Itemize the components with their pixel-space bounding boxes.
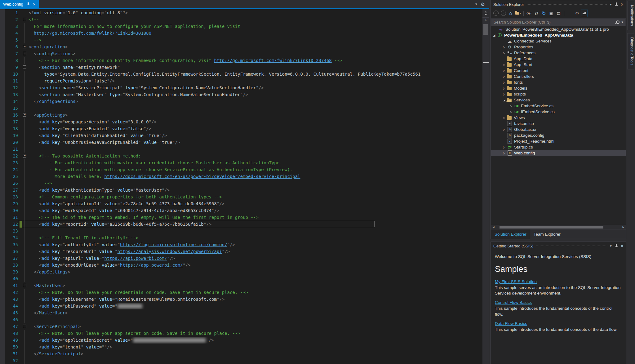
code-line[interactable]: 13 <section name="MasterUser" type="Syst… — [0, 91, 482, 98]
show-all-files-icon[interactable]: ▤ — [555, 10, 562, 17]
editor-scrollbar[interactable]: ▲ — [482, 9, 489, 364]
fold-collapse-icon[interactable] — [22, 112, 29, 118]
tree-item[interactable]: ∞Solution 'PowerBIEmbedded_AppOwnsData' … — [491, 26, 626, 32]
pending-changes-filter-icon[interactable]: ◷▾ — [526, 10, 532, 17]
tree-item[interactable]: ▷C#IEmbedService.cs — [491, 109, 626, 115]
tree-item[interactable]: ▷References — [491, 50, 626, 56]
code-line[interactable]: 1<?xml version="1.0" encoding="utf-8"?> — [0, 9, 482, 16]
tree-item[interactable]: ▷scripts — [491, 91, 626, 97]
fold-collapse-icon[interactable] — [22, 16, 29, 23]
tree-item[interactable]: ☁Connected Services — [491, 38, 626, 44]
horizontal-scrollbar[interactable]: ◀ ▶ — [491, 225, 626, 229]
code-line[interactable]: 25 More details here: https://docs.micro… — [0, 173, 482, 180]
collapse-all-icon[interactable]: ▣ — [548, 10, 555, 17]
sync-with-active-document-icon[interactable]: ⇄ — [533, 10, 540, 17]
code-line[interactable]: 49 <add key="applicationSecret" value=" … — [0, 337, 482, 344]
properties-icon[interactable]: ⚙ — [574, 10, 580, 17]
scroll-right-icon[interactable]: ▶ — [621, 226, 626, 229]
code-line[interactable]: 21 — [0, 146, 482, 153]
preview-selected-items-icon[interactable] — [581, 10, 588, 17]
tree-item[interactable]: ◢PowerBIEmbedded_AppOwnsData — [491, 32, 626, 38]
window-position-chevron-icon[interactable]: ▾ — [610, 244, 612, 248]
split-editor-handle-icon[interactable] — [482, 9, 489, 18]
fold-collapse-icon[interactable] — [22, 50, 29, 57]
collapsed-arrow-icon[interactable]: ▷ — [502, 116, 507, 119]
tree-item[interactable]: ▷C#EmbedService.cs — [491, 103, 626, 109]
tab-solution-explorer[interactable]: Solution Explorer — [491, 229, 530, 239]
pin-icon[interactable] — [26, 2, 30, 7]
code-line[interactable]: 31 <!-- The id of the report to embed. I… — [0, 214, 482, 221]
code-line[interactable]: 17 <add key="webpages:Version" value="3.… — [0, 118, 482, 125]
code-link[interactable]: http://go.microsoft.com/fwlink/?LinkId=3… — [34, 31, 151, 36]
tree-item[interactable]: ●Project_Readme.html — [491, 138, 626, 144]
code-line[interactable]: 50 <add key="tenant" value=""/> — [0, 344, 482, 350]
fold-collapse-icon[interactable] — [22, 323, 29, 330]
code-line[interactable]: 45 </MasterUser> — [0, 309, 482, 316]
home-icon[interactable]: ⌂ — [507, 10, 514, 17]
code-line[interactable]: 44 <add key="pbiPassword" value=" — [0, 303, 482, 309]
code-line[interactable]: 7 <configSections> — [0, 50, 482, 57]
tree-item[interactable]: ◢Services — [491, 97, 626, 103]
tree-item[interactable]: ▷Content — [491, 68, 626, 73]
collapsed-arrow-icon[interactable]: ▷ — [502, 75, 507, 78]
switch-views-icon[interactable]: ▾ — [515, 10, 522, 17]
code-line[interactable]: 16 <appSettings> — [0, 112, 482, 118]
code-line[interactable]: 47 <ServicePrincipal> — [0, 323, 482, 330]
tree-item[interactable]: ▷Views — [491, 115, 626, 121]
code-line[interactable]: 27 <add key="AuthenticationType" value="… — [0, 187, 482, 193]
fold-collapse-icon[interactable] — [22, 43, 29, 50]
code-line[interactable]: 38 <add key="embedUrlBase" value="https:… — [0, 262, 482, 269]
code-line[interactable]: 2<!-- — [0, 16, 482, 23]
code-line[interactable]: 5 --> — [0, 37, 482, 43]
tree-item[interactable]: ✦favicon.ico — [491, 121, 626, 127]
search-options-chevron-icon[interactable]: ▾ — [621, 20, 623, 24]
code-line[interactable]: 46 — [0, 316, 482, 323]
code-line[interactable]: 20 <add key="UnobtrusiveJavaScriptEnable… — [0, 139, 482, 146]
gear-icon[interactable]: ⚙ — [481, 2, 485, 7]
collapsed-arrow-icon[interactable]: ▷ — [502, 93, 507, 96]
tree-item[interactable]: ▷Controllers — [491, 73, 626, 79]
expanded-arrow-icon[interactable]: ◢ — [492, 34, 497, 37]
pin-icon[interactable] — [614, 2, 618, 7]
window-position-chevron-icon[interactable]: ▾ — [610, 2, 612, 7]
scrollbar-thumb[interactable] — [483, 24, 488, 35]
search-icon[interactable] — [616, 20, 619, 24]
code-line[interactable]: 42 <!-- Note: Do NOT leave your credenti… — [0, 289, 482, 296]
expanded-arrow-icon[interactable]: ◢ — [502, 99, 507, 102]
tree-item[interactable]: ▷⚙Web.config — [491, 150, 626, 156]
search-input[interactable]: Search Solution Explorer (Ctrl+$) ▾ — [491, 18, 626, 26]
code-line[interactable]: 18 <add key="webpages:Enabled" value="fa… — [0, 125, 482, 132]
close-icon[interactable]: × — [621, 244, 624, 249]
code-link[interactable]: https://login.microsoftonline.com/common… — [120, 242, 227, 247]
code-line[interactable]: 22 <!-- Two possible Autentication metho… — [0, 153, 482, 159]
forward-icon[interactable]: → — [500, 10, 507, 17]
code-line[interactable]: 9 <section name="entityFramework" — [0, 64, 482, 71]
side-tab-notifications[interactable]: Notifications — [627, 1, 634, 30]
collapsed-arrow-icon[interactable]: ▷ — [508, 110, 513, 113]
code-line[interactable]: 29 <add key="applicationId" value="e2a78… — [0, 200, 482, 207]
code-line[interactable]: 12 <section name="ServicePrincipal" type… — [0, 84, 482, 91]
collapsed-arrow-icon[interactable]: ▷ — [502, 152, 507, 155]
refresh-icon[interactable]: ↻ — [540, 10, 547, 17]
scrollbar-thumb[interactable] — [500, 226, 603, 229]
code-line[interactable]: 41 <MasterUser> — [0, 282, 482, 289]
view-code-icon[interactable]: <> — [566, 10, 573, 17]
tab-webconfig[interactable]: Web.config × — [0, 0, 39, 8]
code-line[interactable]: 43 <add key="pbiUsername" value="RomainC… — [0, 296, 482, 303]
code-line[interactable]: 3 For more information on how to configu… — [0, 23, 482, 30]
collapsed-arrow-icon[interactable]: ▷ — [502, 63, 507, 66]
sample-link[interactable]: Control Flow Basics — [495, 300, 532, 305]
code-line[interactable]: 26 --> — [0, 180, 482, 187]
code-line[interactable]: 24 - For authentication with app secret … — [0, 166, 482, 173]
code-line[interactable]: 10 type="System.Data.Entity.Internal.Con… — [0, 71, 482, 78]
code-line[interactable]: 30 <add key="workspaceId" value="c63d01c… — [0, 207, 482, 214]
code-link[interactable]: http://go.microsoft.com/fwlink/?LinkID=2… — [214, 58, 331, 63]
close-icon[interactable]: × — [33, 2, 36, 7]
collapsed-arrow-icon[interactable]: ▷ — [502, 87, 507, 90]
code-line[interactable]: 23 - For authentication with master user… — [0, 159, 482, 166]
sample-link[interactable]: My First SSIS Solution — [495, 279, 537, 284]
pin-icon[interactable] — [614, 244, 618, 248]
scroll-left-icon[interactable]: ◀ — [491, 226, 496, 229]
fold-collapse-icon[interactable] — [22, 153, 29, 159]
tree-item[interactable]: ▷⚙Properties — [491, 44, 626, 50]
